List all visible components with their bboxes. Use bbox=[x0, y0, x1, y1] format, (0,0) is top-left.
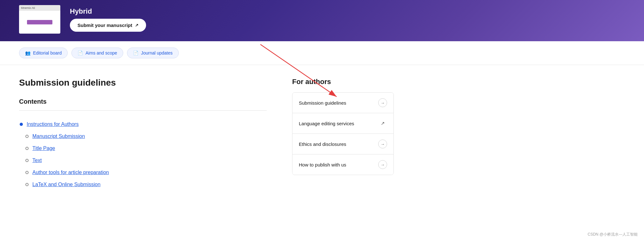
latex-submission-text[interactable]: LaTeX and Online Submission bbox=[32, 182, 100, 187]
submit-button-label: Submit your manuscript bbox=[77, 23, 132, 28]
list-item: Title Page bbox=[19, 142, 267, 154]
bullet-circle-icon bbox=[25, 183, 29, 186]
text-link[interactable]: Text bbox=[32, 158, 42, 163]
journal-thumbnail: Mnemix Ati bbox=[19, 5, 60, 34]
sidebar-arrow-icon: → bbox=[378, 140, 387, 148]
external-link-icon: ↗ bbox=[135, 23, 138, 28]
sidebar-card: Submission guidelines → Language editing… bbox=[292, 92, 394, 175]
instructions-authors-link[interactable]: Instructions for Authors bbox=[27, 121, 79, 127]
contents-divider bbox=[19, 110, 267, 111]
sidebar-item-submission-guidelines[interactable]: Submission guidelines → bbox=[292, 93, 393, 113]
sidebar-item-language-editing[interactable]: Language editing services ↗ bbox=[292, 113, 393, 134]
left-content: Submission guidelines Contents Instructi… bbox=[19, 78, 267, 191]
main-content: Submission guidelines Contents Instructi… bbox=[0, 65, 644, 203]
list-item: Instructions for Authors bbox=[19, 118, 267, 130]
list-item: LaTeX and Online Submission bbox=[19, 179, 267, 191]
journal-thumb-header: Mnemix Ati bbox=[19, 5, 60, 11]
sidebar-item-label: How to publish with us bbox=[299, 162, 346, 167]
journal-type: Hybrid bbox=[70, 7, 146, 16]
submit-manuscript-button[interactable]: Submit your manuscript ↗ bbox=[70, 19, 146, 32]
editorial-board-label: Editorial board bbox=[33, 50, 62, 55]
aims-scope-label: Aims and scope bbox=[85, 50, 117, 55]
contents-heading: Contents bbox=[19, 98, 267, 105]
journal-thumb-body bbox=[19, 11, 60, 34]
sidebar-item-label: Language editing services bbox=[299, 121, 354, 126]
title-page-link[interactable]: Title Page bbox=[32, 146, 55, 151]
aims-scope-icon: 📄 bbox=[77, 50, 83, 55]
journal-thumb-title: Mnemix Ati bbox=[21, 6, 35, 10]
header-right: Hybrid Submit your manuscript ↗ bbox=[70, 7, 146, 32]
journal-updates-icon: 📄 bbox=[133, 50, 138, 55]
list-item: Author tools for article preparation bbox=[19, 166, 267, 179]
springer-logo-bar bbox=[27, 20, 52, 24]
sidebar-title: For authors bbox=[292, 78, 394, 86]
right-sidebar: For authors Submission guidelines → Lang… bbox=[292, 78, 394, 191]
sidebar-arrow-icon: → bbox=[378, 98, 387, 107]
nav-pill-aims-scope[interactable]: 📄 Aims and scope bbox=[71, 48, 123, 58]
nav-pills-bar: 👥 Editorial board 📄 Aims and scope 📄 Jou… bbox=[0, 41, 644, 65]
sidebar-item-label: Ethics and disclosures bbox=[299, 141, 346, 147]
bullet-circle-icon bbox=[25, 171, 29, 174]
page-title: Submission guidelines bbox=[19, 78, 267, 88]
list-item: Text bbox=[19, 154, 267, 166]
bullet-circle-icon bbox=[25, 135, 29, 138]
editorial-board-icon: 👥 bbox=[25, 50, 30, 55]
bullet-circle-icon bbox=[25, 147, 29, 150]
nav-pill-journal-updates[interactable]: 📄 Journal updates bbox=[127, 48, 179, 58]
manuscript-submission-link[interactable]: Manuscript Submission bbox=[32, 134, 85, 139]
bullet-circle-icon bbox=[25, 159, 29, 162]
sidebar-item-label: Submission guidelines bbox=[299, 100, 346, 106]
sidebar-item-ethics-disclosures[interactable]: Ethics and disclosures → bbox=[292, 134, 393, 154]
nav-pill-editorial-board[interactable]: 👥 Editorial board bbox=[19, 48, 68, 58]
author-tools-link[interactable]: Author tools for article preparation bbox=[32, 170, 109, 175]
contents-list: Instructions for Authors Manuscript Subm… bbox=[19, 118, 267, 191]
external-link-icon: ↗ bbox=[378, 119, 387, 128]
bullet-dot-icon bbox=[20, 123, 23, 126]
sidebar-item-how-to-publish[interactable]: How to publish with us → bbox=[292, 154, 393, 175]
list-item: Manuscript Submission bbox=[19, 130, 267, 142]
header-banner: Mnemix Ati Hybrid Submit your manuscript… bbox=[0, 0, 644, 41]
sidebar-arrow-icon: → bbox=[378, 160, 387, 169]
journal-updates-label: Journal updates bbox=[141, 50, 173, 55]
